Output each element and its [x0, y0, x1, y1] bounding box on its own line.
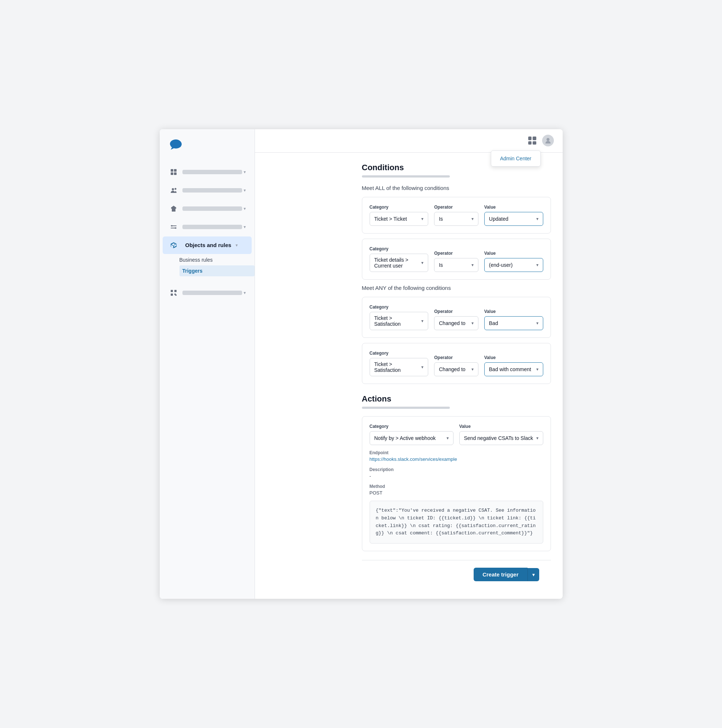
chevron-icon: ▾	[421, 216, 423, 222]
action-category-label: Category	[369, 424, 454, 429]
field-group-category-3: Category Ticket > Satisfaction ▾	[369, 304, 429, 330]
create-trigger-button[interactable]: Create trigger	[474, 568, 527, 581]
sidebar-item-apps[interactable]: ▾	[162, 284, 251, 301]
field-group-category-4: Category Ticket > Satisfaction ▾	[369, 351, 429, 376]
main-content: Conditions Meet ALL of the following con…	[350, 153, 563, 599]
svg-rect-11	[171, 290, 173, 292]
value-label-2: Value	[484, 251, 543, 256]
svg-point-5	[172, 188, 174, 190]
svg-rect-3	[171, 173, 173, 175]
action-value-select[interactable]: Send negative CSATs to Slack ▾	[459, 431, 543, 445]
sidebar-item-objects-label: Objects and rules	[185, 242, 231, 248]
chevron-icon: ▾	[471, 367, 474, 372]
app-shell: ▾ ▾ ▾ ▾ Objects and	[160, 129, 563, 599]
chevron-down-icon: ▾	[236, 243, 238, 248]
category-select-1[interactable]: Ticket > Ticket ▾	[369, 212, 429, 226]
chevron-icon: ▾	[421, 318, 423, 324]
category-label-2: Category	[369, 246, 429, 251]
footer-bar: Create trigger ▾	[362, 560, 551, 589]
field-group-operator-3: Operator Changed to ▾	[434, 309, 478, 330]
sidebar-item-objects[interactable]: Objects and rules ▾	[162, 236, 251, 254]
sidebar-sub-item-business-rules[interactable]: Business rules	[179, 254, 254, 265]
sidebar-item-channels[interactable]: ▾	[162, 200, 251, 217]
chevron-icon: ▾	[471, 321, 474, 326]
operator-label-3: Operator	[434, 309, 478, 314]
svg-point-6	[174, 188, 176, 190]
field-group-operator-4: Operator Changed to ▾	[434, 355, 478, 376]
home-icon	[169, 167, 179, 177]
chevron-icon: ▾	[536, 321, 538, 326]
operator-label-1: Operator	[434, 205, 478, 210]
category-label-1: Category	[369, 205, 429, 210]
admin-center-link[interactable]: Admin Center	[500, 156, 532, 161]
svg-point-17	[547, 138, 549, 141]
value-select-4[interactable]: Bad with comment ▾	[484, 362, 543, 376]
category-select-4[interactable]: Ticket > Satisfaction ▾	[369, 358, 429, 376]
category-label-3: Category	[369, 304, 429, 310]
condition-row-3: Category Ticket > Satisfaction ▾ Operato…	[369, 304, 543, 330]
operator-label-4: Operator	[434, 355, 478, 360]
chevron-icon: ▾	[471, 216, 474, 222]
field-group-value-3: Value Bad ▾	[484, 309, 543, 330]
field-group-operator-2: Operator Is ▾	[434, 251, 478, 272]
sidebar-item-workspaces-label	[182, 225, 242, 229]
apps-icon	[169, 288, 179, 298]
workspaces-icon	[169, 222, 179, 232]
operator-select-4[interactable]: Changed to ▾	[434, 362, 478, 376]
chevron-icon: ▾	[536, 262, 538, 268]
endpoint-block: Endpoint https://hooks.slack.com/service…	[369, 450, 543, 462]
sidebar-item-people[interactable]: ▾	[162, 182, 251, 199]
sidebar-item-home[interactable]: ▾	[162, 163, 251, 181]
svg-rect-2	[174, 169, 176, 172]
condition-card-4: Category Ticket > Satisfaction ▾ Operato…	[362, 343, 551, 384]
chevron-icon: ▾	[446, 436, 449, 440]
sidebar-sub-items: Business rules Triggers	[160, 254, 254, 276]
operator-select-1[interactable]: Is ▾	[434, 212, 478, 226]
sidebar-item-home-label	[182, 170, 242, 174]
sidebar: ▾ ▾ ▾ ▾ Objects and	[160, 129, 255, 599]
condition-row-1: Category Ticket > Ticket ▾ Operator Is ▾…	[369, 205, 543, 226]
description-block: Description -	[369, 467, 543, 479]
operator-select-3[interactable]: Changed to ▾	[434, 316, 478, 330]
action-row: Category Notify by > Active webhook ▾ Va…	[369, 424, 543, 445]
value-label-4: Value	[484, 355, 543, 360]
user-avatar[interactable]	[542, 135, 554, 147]
sidebar-sub-item-triggers[interactable]: Triggers	[179, 265, 254, 276]
operator-label-2: Operator	[434, 251, 478, 256]
method-block: Method POST	[369, 484, 543, 496]
value-label-3: Value	[484, 309, 543, 314]
condition-card-1: Category Ticket > Ticket ▾ Operator Is ▾…	[362, 197, 551, 234]
apps-grid-icon[interactable]	[528, 136, 536, 145]
value-label-1: Value	[484, 205, 543, 210]
action-card: Category Notify by > Active webhook ▾ Va…	[362, 416, 551, 551]
field-group-operator-1: Operator Is ▾	[434, 205, 478, 226]
field-group-value-4: Value Bad with comment ▾	[484, 355, 543, 376]
svg-rect-14	[174, 294, 176, 295]
action-category-group: Category Notify by > Active webhook ▾	[369, 424, 454, 445]
action-category-select[interactable]: Notify by > Active webhook ▾	[369, 431, 454, 445]
category-select-2[interactable]: Ticket details > Current user ▾	[369, 254, 429, 272]
value-select-1[interactable]: Updated ▾	[484, 212, 543, 226]
field-group-value-2: Value (end-user) ▾	[484, 251, 543, 272]
svg-rect-1	[171, 169, 173, 172]
action-value-label: Value	[459, 424, 543, 429]
category-select-3[interactable]: Ticket > Satisfaction ▾	[369, 312, 429, 330]
chevron-icon: ▾	[421, 260, 423, 265]
code-block: {"text":"You've received a negative CSAT…	[369, 501, 543, 543]
actions-progress	[362, 407, 450, 409]
chevron-down-icon: ▾	[244, 290, 246, 295]
action-value-group: Value Send negative CSATs to Slack ▾	[459, 424, 543, 445]
chevron-down-icon: ▾	[244, 206, 246, 211]
value-select-3[interactable]: Bad ▾	[484, 316, 543, 330]
description-value: -	[369, 473, 543, 479]
objects-icon	[169, 240, 179, 250]
chevron-down-icon: ▾	[244, 170, 246, 174]
create-trigger-arrow-button[interactable]: ▾	[527, 568, 539, 581]
value-select-2[interactable]: (end-user) ▾	[484, 258, 543, 272]
method-value: POST	[369, 490, 543, 496]
sidebar-item-workspaces[interactable]: ▾	[162, 218, 251, 236]
operator-select-2[interactable]: Is ▾	[434, 258, 478, 272]
chevron-down-icon: ▾	[244, 224, 246, 229]
sidebar-item-channels-label	[182, 206, 242, 211]
endpoint-url: https://hooks.slack.com/services/example	[369, 456, 543, 462]
